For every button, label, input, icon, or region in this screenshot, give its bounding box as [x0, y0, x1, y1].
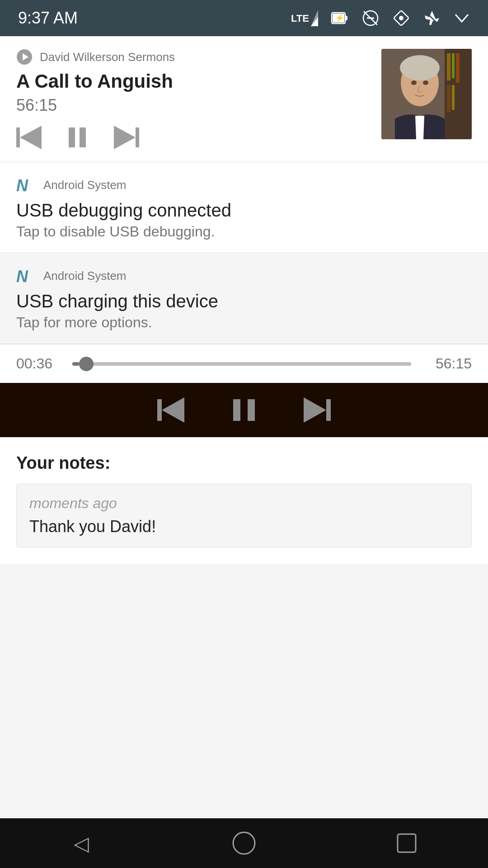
media-app-name: David Wilkerson Sermons [40, 50, 425, 64]
progress-fill [72, 362, 79, 366]
back-button[interactable]: ◁ [63, 825, 99, 861]
svg-rect-20 [136, 127, 139, 147]
svg-text:N: N [16, 176, 28, 195]
svg-point-30 [411, 80, 417, 85]
svg-rect-4 [345, 16, 347, 20]
svg-rect-36 [233, 399, 240, 421]
usb-debug-header: N Android System [16, 175, 472, 195]
dark-prev-button[interactable] [157, 397, 186, 423]
svg-point-31 [423, 80, 428, 85]
expand-icon[interactable] [454, 10, 470, 26]
svg-point-11 [399, 16, 404, 20]
note-entry: moments ago Thank you David! [16, 484, 472, 547]
recents-button[interactable] [389, 825, 425, 861]
usb-charge-header: N Android System [16, 266, 472, 286]
current-time: 00:36 [16, 355, 61, 372]
progress-bar[interactable] [72, 362, 411, 366]
svg-rect-27 [452, 85, 455, 110]
svg-rect-26 [447, 85, 450, 112]
status-bar: 9:37 AM LTE ⚡ [0, 0, 488, 36]
svg-text:⚡: ⚡ [335, 14, 344, 22]
usb-charging-notification[interactable]: N Android System USB charging this devic… [0, 253, 488, 344]
usb-charge-title: USB charging this device [16, 291, 472, 311]
svg-point-40 [233, 832, 255, 854]
progress-bar-section: 00:36 56:15 [0, 344, 488, 383]
usb-charge-subtitle: Tap for more options. [16, 314, 472, 331]
svg-point-29 [400, 55, 440, 80]
svg-rect-34 [157, 399, 162, 421]
dark-next-button[interactable] [302, 397, 331, 423]
svg-rect-24 [452, 53, 455, 78]
android-system-icon-2: N [16, 266, 36, 286]
media-notification[interactable]: David Wilkerson Sermons now ^ A Call to … [0, 36, 488, 162]
android-system-icon-1: N [16, 175, 36, 195]
svg-marker-38 [304, 397, 326, 423]
status-icons: LTE ⚡ [291, 9, 470, 27]
battery-charging-icon: ⚡ [331, 10, 349, 26]
svg-rect-37 [248, 399, 255, 421]
media-pause-button[interactable] [66, 126, 89, 149]
progress-thumb[interactable] [79, 357, 94, 371]
svg-rect-39 [326, 399, 331, 421]
usb-debug-title: USB debugging connected [16, 200, 472, 221]
media-prev-button[interactable] [16, 126, 43, 149]
total-time: 56:15 [422, 355, 472, 372]
svg-marker-35 [162, 397, 184, 423]
usb-debug-app-name: Android System [43, 178, 472, 192]
dnd-off-icon [361, 9, 380, 27]
note-timestamp: moments ago [29, 495, 459, 512]
lte-icon: LTE [291, 10, 318, 26]
nav-bar: ◁ [0, 818, 488, 868]
usb-debugging-notification[interactable]: N Android System USB debugging connected… [0, 162, 488, 253]
svg-text:LTE: LTE [291, 13, 309, 24]
play-indicator-icon [16, 49, 33, 65]
svg-text:N: N [16, 267, 28, 286]
svg-rect-41 [398, 834, 416, 852]
usb-debug-subtitle: Tap to disable USB debugging. [16, 223, 472, 240]
notes-section: Your notes: moments ago Thank you David! [0, 437, 488, 564]
note-text: Thank you David! [29, 517, 459, 536]
svg-rect-18 [80, 127, 86, 147]
dark-pause-button[interactable] [231, 397, 257, 423]
media-thumbnail [381, 49, 472, 139]
svg-rect-23 [447, 53, 450, 80]
svg-rect-25 [456, 53, 460, 83]
dark-player-controls [0, 383, 488, 437]
media-next-button[interactable] [112, 126, 139, 149]
rotate-lock-icon [392, 9, 410, 27]
svg-rect-17 [69, 127, 75, 147]
notes-title: Your notes: [16, 453, 472, 473]
svg-marker-19 [114, 126, 136, 149]
svg-rect-15 [16, 127, 20, 147]
home-button[interactable] [226, 825, 262, 861]
svg-marker-16 [20, 126, 42, 149]
airplane-mode-icon [423, 9, 441, 27]
usb-charge-app-name: Android System [43, 269, 472, 283]
status-time: 9:37 AM [18, 9, 291, 28]
